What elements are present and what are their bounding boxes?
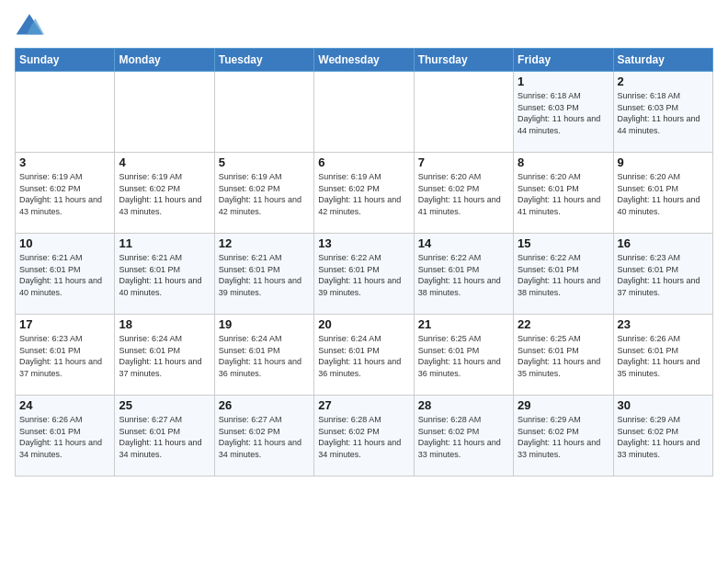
day-info: Sunrise: 6:29 AM Sunset: 6:02 PM Dayligh…	[518, 414, 609, 460]
day-info: Sunrise: 6:22 AM Sunset: 6:01 PM Dayligh…	[518, 252, 609, 298]
week-row-0: 1Sunrise: 6:18 AM Sunset: 6:03 PM Daylig…	[16, 72, 713, 153]
day-info: Sunrise: 6:21 AM Sunset: 6:01 PM Dayligh…	[119, 252, 210, 298]
calendar-cell: 27Sunrise: 6:28 AM Sunset: 6:02 PM Dayli…	[314, 396, 414, 477]
day-info: Sunrise: 6:18 AM Sunset: 6:03 PM Dayligh…	[618, 90, 709, 136]
day-number: 16	[618, 236, 709, 250]
calendar-cell: 19Sunrise: 6:24 AM Sunset: 6:01 PM Dayli…	[214, 315, 313, 396]
calendar-cell	[414, 72, 513, 153]
calendar-cell: 17Sunrise: 6:23 AM Sunset: 6:01 PM Dayli…	[16, 315, 115, 396]
logo-icon	[15, 11, 44, 40]
calendar-cell: 10Sunrise: 6:21 AM Sunset: 6:01 PM Dayli…	[16, 234, 115, 315]
day-info: Sunrise: 6:21 AM Sunset: 6:01 PM Dayligh…	[19, 252, 110, 298]
day-info: Sunrise: 6:28 AM Sunset: 6:02 PM Dayligh…	[318, 414, 409, 460]
week-row-2: 10Sunrise: 6:21 AM Sunset: 6:01 PM Dayli…	[16, 234, 713, 315]
day-info: Sunrise: 6:22 AM Sunset: 6:01 PM Dayligh…	[318, 252, 409, 298]
day-number: 15	[518, 236, 609, 250]
day-number: 19	[219, 317, 310, 331]
calendar-cell: 23Sunrise: 6:26 AM Sunset: 6:01 PM Dayli…	[613, 315, 712, 396]
day-info: Sunrise: 6:28 AM Sunset: 6:02 PM Dayligh…	[418, 414, 509, 460]
day-number: 2	[618, 75, 709, 88]
day-number: 6	[318, 155, 409, 169]
day-info: Sunrise: 6:20 AM Sunset: 6:01 PM Dayligh…	[518, 171, 609, 217]
day-info: Sunrise: 6:27 AM Sunset: 6:02 PM Dayligh…	[219, 414, 310, 460]
day-number: 14	[418, 236, 509, 250]
header-cell-thursday: Thursday	[414, 49, 513, 72]
calendar-cell: 30Sunrise: 6:29 AM Sunset: 6:02 PM Dayli…	[613, 396, 712, 477]
header-cell-saturday: Saturday	[613, 49, 712, 72]
header-cell-wednesday: Wednesday	[314, 49, 414, 72]
calendar-cell: 6Sunrise: 6:19 AM Sunset: 6:02 PM Daylig…	[314, 153, 414, 234]
day-number: 27	[318, 398, 409, 412]
day-info: Sunrise: 6:23 AM Sunset: 6:01 PM Dayligh…	[19, 333, 110, 379]
day-info: Sunrise: 6:19 AM Sunset: 6:02 PM Dayligh…	[119, 171, 210, 217]
week-row-4: 24Sunrise: 6:26 AM Sunset: 6:01 PM Dayli…	[16, 396, 713, 477]
calendar-cell: 28Sunrise: 6:28 AM Sunset: 6:02 PM Dayli…	[414, 396, 513, 477]
day-info: Sunrise: 6:26 AM Sunset: 6:01 PM Dayligh…	[618, 333, 709, 379]
day-info: Sunrise: 6:27 AM Sunset: 6:01 PM Dayligh…	[119, 414, 210, 460]
calendar-cell: 8Sunrise: 6:20 AM Sunset: 6:01 PM Daylig…	[514, 153, 613, 234]
day-number: 13	[318, 236, 409, 250]
calendar-cell	[115, 72, 214, 153]
day-number: 26	[219, 398, 310, 412]
calendar-cell: 12Sunrise: 6:21 AM Sunset: 6:01 PM Dayli…	[214, 234, 313, 315]
calendar-cell: 2Sunrise: 6:18 AM Sunset: 6:03 PM Daylig…	[613, 72, 712, 153]
day-number: 18	[119, 317, 210, 331]
day-number: 7	[418, 155, 509, 169]
day-info: Sunrise: 6:20 AM Sunset: 6:02 PM Dayligh…	[418, 171, 509, 217]
day-number: 24	[19, 398, 110, 412]
page: SundayMondayTuesdayWednesdayThursdayFrid…	[0, 0, 728, 484]
day-number: 8	[518, 155, 609, 169]
calendar-cell: 5Sunrise: 6:19 AM Sunset: 6:02 PM Daylig…	[214, 153, 313, 234]
day-number: 11	[119, 236, 210, 250]
day-info: Sunrise: 6:19 AM Sunset: 6:02 PM Dayligh…	[19, 171, 110, 217]
calendar-cell: 21Sunrise: 6:25 AM Sunset: 6:01 PM Dayli…	[414, 315, 513, 396]
day-info: Sunrise: 6:23 AM Sunset: 6:01 PM Dayligh…	[618, 252, 709, 298]
calendar-cell: 29Sunrise: 6:29 AM Sunset: 6:02 PM Dayli…	[514, 396, 613, 477]
day-number: 3	[19, 155, 110, 169]
day-info: Sunrise: 6:24 AM Sunset: 6:01 PM Dayligh…	[219, 333, 310, 379]
header-row: SundayMondayTuesdayWednesdayThursdayFrid…	[16, 49, 713, 72]
calendar-cell: 14Sunrise: 6:22 AM Sunset: 6:01 PM Dayli…	[414, 234, 513, 315]
calendar-cell: 24Sunrise: 6:26 AM Sunset: 6:01 PM Dayli…	[16, 396, 115, 477]
day-number: 25	[119, 398, 210, 412]
calendar-cell	[16, 72, 115, 153]
calendar-cell: 9Sunrise: 6:20 AM Sunset: 6:01 PM Daylig…	[613, 153, 712, 234]
calendar-cell: 1Sunrise: 6:18 AM Sunset: 6:03 PM Daylig…	[514, 72, 613, 153]
week-row-1: 3Sunrise: 6:19 AM Sunset: 6:02 PM Daylig…	[16, 153, 713, 234]
calendar-cell: 18Sunrise: 6:24 AM Sunset: 6:01 PM Dayli…	[115, 315, 214, 396]
day-info: Sunrise: 6:25 AM Sunset: 6:01 PM Dayligh…	[518, 333, 609, 379]
header-cell-friday: Friday	[514, 49, 613, 72]
day-number: 4	[119, 155, 210, 169]
calendar-cell: 4Sunrise: 6:19 AM Sunset: 6:02 PM Daylig…	[115, 153, 214, 234]
day-number: 28	[418, 398, 509, 412]
day-number: 23	[618, 317, 709, 331]
calendar-cell: 20Sunrise: 6:24 AM Sunset: 6:01 PM Dayli…	[314, 315, 414, 396]
day-number: 1	[518, 75, 609, 88]
logo	[15, 11, 48, 40]
day-number: 17	[19, 317, 110, 331]
day-info: Sunrise: 6:24 AM Sunset: 6:01 PM Dayligh…	[318, 333, 409, 379]
day-info: Sunrise: 6:21 AM Sunset: 6:01 PM Dayligh…	[219, 252, 310, 298]
day-info: Sunrise: 6:25 AM Sunset: 6:01 PM Dayligh…	[418, 333, 509, 379]
day-info: Sunrise: 6:22 AM Sunset: 6:01 PM Dayligh…	[418, 252, 509, 298]
day-number: 12	[219, 236, 310, 250]
day-number: 22	[518, 317, 609, 331]
calendar-table: SundayMondayTuesdayWednesdayThursdayFrid…	[15, 48, 713, 477]
day-info: Sunrise: 6:19 AM Sunset: 6:02 PM Dayligh…	[219, 171, 310, 217]
calendar-cell: 7Sunrise: 6:20 AM Sunset: 6:02 PM Daylig…	[414, 153, 513, 234]
calendar-cell: 25Sunrise: 6:27 AM Sunset: 6:01 PM Dayli…	[115, 396, 214, 477]
header-cell-tuesday: Tuesday	[214, 49, 313, 72]
day-info: Sunrise: 6:29 AM Sunset: 6:02 PM Dayligh…	[618, 414, 709, 460]
calendar-cell: 22Sunrise: 6:25 AM Sunset: 6:01 PM Dayli…	[514, 315, 613, 396]
day-number: 10	[19, 236, 110, 250]
day-number: 30	[618, 398, 709, 412]
day-info: Sunrise: 6:20 AM Sunset: 6:01 PM Dayligh…	[618, 171, 709, 217]
day-number: 20	[318, 317, 409, 331]
day-info: Sunrise: 6:26 AM Sunset: 6:01 PM Dayligh…	[19, 414, 110, 460]
header	[15, 11, 713, 40]
calendar-cell: 13Sunrise: 6:22 AM Sunset: 6:01 PM Dayli…	[314, 234, 414, 315]
header-cell-monday: Monday	[115, 49, 214, 72]
calendar-cell: 11Sunrise: 6:21 AM Sunset: 6:01 PM Dayli…	[115, 234, 214, 315]
week-row-3: 17Sunrise: 6:23 AM Sunset: 6:01 PM Dayli…	[16, 315, 713, 396]
day-number: 5	[219, 155, 310, 169]
